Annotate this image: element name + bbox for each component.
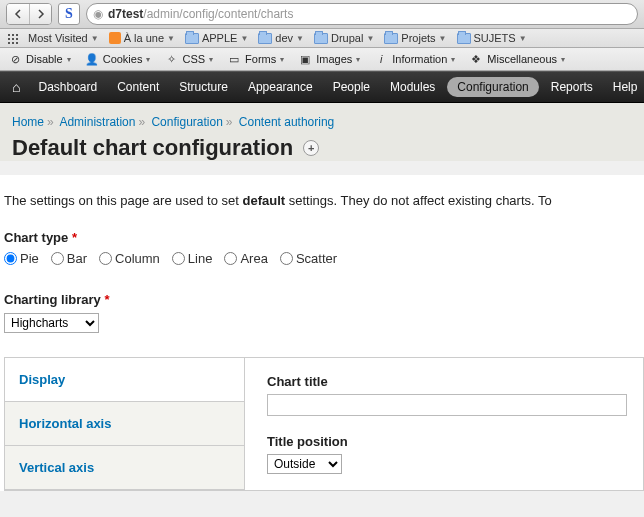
dt-misc[interactable]: ❖Miscellaneous▾	[469, 52, 565, 66]
chevron-down-icon: ▼	[91, 34, 99, 43]
home-icon[interactable]: ⌂	[10, 79, 28, 95]
library-select[interactable]: Highcharts	[4, 313, 99, 333]
admin-toolbar: ⌂ Dashboard Content Structure Appearance…	[0, 71, 644, 103]
vertical-tabs: Display Horizontal axis Vertical axis Ch…	[4, 357, 644, 491]
title-position-label: Title position	[267, 434, 627, 449]
bookmark-dev[interactable]: dev▼	[258, 32, 304, 44]
radio-scatter[interactable]: Scatter	[280, 251, 337, 266]
dt-cookies[interactable]: 👤Cookies▾	[85, 52, 151, 66]
crumb-home[interactable]: Home	[12, 115, 44, 129]
bookmarks-bar: Most Visited▼ À la une▼ APPLE▼ dev▼ Drup…	[0, 29, 644, 48]
chart-type-radios: Pie Bar Column Line Area Scatter	[4, 251, 644, 266]
dt-images[interactable]: ▣Images▾	[298, 52, 360, 66]
vtab-horizontal-axis[interactable]: Horizontal axis	[5, 402, 244, 446]
apps-icon[interactable]	[6, 32, 18, 44]
radio-line[interactable]: Line	[172, 251, 213, 266]
vtab-vertical-axis[interactable]: Vertical axis	[5, 446, 244, 490]
dt-disable[interactable]: ⊘Disable▾	[8, 52, 71, 66]
vtabs-nav: Display Horizontal axis Vertical axis	[5, 358, 245, 490]
chart-title-label: Chart title	[267, 374, 627, 389]
dt-forms[interactable]: ▭Forms▾	[227, 52, 284, 66]
chart-title-input[interactable]	[267, 394, 627, 416]
bookmark-drupal[interactable]: Drupal▼	[314, 32, 374, 44]
radio-area[interactable]: Area	[224, 251, 267, 266]
breadcrumb: Home» Administration» Configuration» Con…	[12, 115, 632, 129]
css-icon: ✧	[164, 52, 178, 66]
crumb-content-auth[interactable]: Content authoring	[239, 115, 334, 129]
vtab-display[interactable]: Display	[5, 358, 244, 402]
crumb-config[interactable]: Configuration	[151, 115, 222, 129]
nav-buttons	[6, 3, 52, 25]
images-icon: ▣	[298, 52, 312, 66]
nav-appearance[interactable]: Appearance	[238, 72, 323, 102]
url-text: d7test/admin/config/content/charts	[108, 7, 293, 21]
globe-icon: ◉	[93, 7, 103, 21]
nav-content[interactable]: Content	[107, 72, 169, 102]
title-position-select[interactable]: Outside	[267, 454, 342, 474]
nav-configuration[interactable]: Configuration	[447, 77, 538, 97]
nav-structure[interactable]: Structure	[169, 72, 238, 102]
url-bar[interactable]: ◉ d7test/admin/config/content/charts	[86, 3, 638, 25]
nav-help[interactable]: Help	[603, 72, 644, 102]
intro-text: The settings on this page are used to se…	[4, 193, 644, 208]
nav-modules[interactable]: Modules	[380, 72, 445, 102]
misc-icon: ❖	[469, 52, 483, 66]
library-label: Charting library *	[4, 292, 644, 307]
stylish-icon[interactable]: S	[58, 3, 80, 25]
rss-icon	[109, 32, 121, 44]
forward-button[interactable]	[29, 4, 51, 24]
vtabs-pane: Chart title Title position Outside	[245, 358, 643, 490]
content-panel: The settings on this page are used to se…	[0, 175, 644, 491]
dt-css[interactable]: ✧CSS▾	[164, 52, 213, 66]
radio-pie[interactable]: Pie	[4, 251, 39, 266]
radio-bar[interactable]: Bar	[51, 251, 87, 266]
bookmark-rss[interactable]: À la une▼	[109, 32, 175, 44]
chart-type-label: Chart type *	[4, 230, 644, 245]
dt-info[interactable]: iInformation▾	[374, 52, 455, 66]
back-button[interactable]	[7, 4, 29, 24]
bookmark-sujets[interactable]: SUJETS▼	[457, 32, 527, 44]
crumb-admin[interactable]: Administration	[59, 115, 135, 129]
bookmark-most-visited[interactable]: Most Visited▼	[28, 32, 99, 44]
add-shortcut-button[interactable]: +	[303, 140, 319, 156]
disable-icon: ⊘	[8, 52, 22, 66]
browser-chrome: S ◉ d7test/admin/config/content/charts	[0, 0, 644, 29]
cookie-icon: 👤	[85, 52, 99, 66]
page-title: Default chart configuration +	[12, 135, 632, 161]
nav-people[interactable]: People	[323, 72, 380, 102]
devtools-bar: ⊘Disable▾ 👤Cookies▾ ✧CSS▾ ▭Forms▾ ▣Image…	[0, 48, 644, 71]
bookmark-projets[interactable]: Projets▼	[384, 32, 446, 44]
bookmark-apple[interactable]: APPLE▼	[185, 32, 248, 44]
nav-dashboard[interactable]: Dashboard	[28, 72, 107, 102]
folder-icon	[185, 33, 199, 44]
forms-icon: ▭	[227, 52, 241, 66]
info-icon: i	[374, 52, 388, 66]
nav-reports[interactable]: Reports	[541, 72, 603, 102]
radio-column[interactable]: Column	[99, 251, 160, 266]
page-header-area: Home» Administration» Configuration» Con…	[0, 103, 644, 161]
